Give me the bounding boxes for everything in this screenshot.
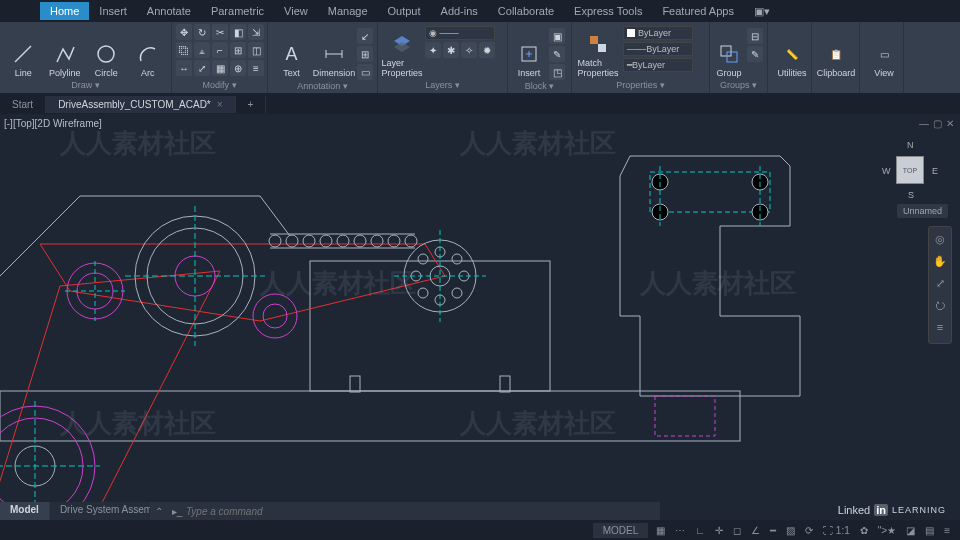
modify-btn-10[interactable]: ◫	[248, 42, 264, 58]
tab-expresstools[interactable]: Express Tools	[564, 2, 652, 20]
modify-btn-15[interactable]: ≡	[248, 60, 264, 76]
stretch-button[interactable]: ↔	[176, 60, 192, 76]
ungroup-button[interactable]: ⊟	[747, 28, 763, 44]
arc-button[interactable]: Arc	[129, 24, 168, 78]
polyline-button[interactable]: Polyline	[46, 24, 85, 78]
tab-insert[interactable]: Insert	[89, 2, 137, 20]
utilities-button[interactable]: 📏Utilities	[772, 24, 812, 78]
lineweight-toggle-icon[interactable]: ━	[770, 525, 776, 536]
mirror-button[interactable]: ⟁	[194, 42, 210, 58]
svg-point-1	[98, 46, 114, 62]
group-edit-button[interactable]: ✎	[747, 46, 763, 62]
modify-btn-9[interactable]: ⊞	[230, 42, 246, 58]
scale-button[interactable]: ⤢	[194, 60, 210, 76]
svg-rect-9	[727, 52, 737, 62]
layer-btn-4[interactable]: ✹	[479, 42, 495, 58]
ortho-toggle-icon[interactable]: ∟	[695, 525, 705, 536]
isolate-icon[interactable]: ◪	[906, 525, 915, 536]
array-button[interactable]: ▦	[212, 60, 228, 76]
panel-title-draw: Draw ▾	[4, 79, 167, 91]
layer-dropdown[interactable]: ◉ ───	[425, 26, 495, 40]
tab-parametric[interactable]: Parametric	[201, 2, 274, 20]
panel-utilities: 📏Utilities	[768, 22, 812, 93]
tab-featuredapps[interactable]: Featured Apps	[652, 2, 744, 20]
circle-button[interactable]: Circle	[87, 24, 126, 78]
osnap-toggle-icon[interactable]: ◻	[733, 525, 741, 536]
text-button[interactable]: AText	[272, 24, 311, 78]
layer-btn-2[interactable]: ✱	[443, 42, 459, 58]
tab-home[interactable]: Home	[40, 2, 89, 20]
tab-addins[interactable]: Add-ins	[431, 2, 488, 20]
match-properties-button[interactable]: Match Properties	[576, 24, 620, 78]
layer-properties-button[interactable]: Layer Properties	[382, 24, 422, 78]
svg-rect-7	[598, 44, 606, 52]
dimension-button[interactable]: Dimension	[314, 24, 354, 78]
annotation-monitor-icon[interactable]: ">★	[878, 525, 896, 536]
group-button[interactable]: Group	[714, 24, 744, 78]
transparency-toggle-icon[interactable]: ▨	[786, 525, 795, 536]
svg-point-43	[405, 235, 417, 247]
drawing-viewport[interactable]: [-][Top][2D Wireframe] — ▢ ✕ N S E W TOP…	[0, 116, 960, 502]
hardware-accel-icon[interactable]: ▤	[925, 525, 934, 536]
insert-block-button[interactable]: Insert	[512, 24, 546, 78]
tab-manage[interactable]: Manage	[318, 2, 378, 20]
modify-btn-14[interactable]: ⊕	[230, 60, 246, 76]
ribbon-tabs: Home Insert Annotate Parametric View Man…	[0, 0, 960, 22]
anno-btn-3[interactable]: ▭	[357, 64, 373, 80]
linetype-dropdown[interactable]: ─── ByLayer	[623, 42, 693, 56]
fillet-button[interactable]: ⌐	[212, 42, 228, 58]
svg-rect-53	[650, 172, 770, 212]
block-btn-1[interactable]: ▣	[549, 28, 565, 44]
layout-tab-model[interactable]: Model	[0, 502, 50, 520]
modify-btn-5[interactable]: ⇲	[248, 24, 264, 40]
block-btn-2[interactable]: ✎	[549, 46, 565, 62]
rotate-button[interactable]: ↻	[194, 24, 210, 40]
tab-annotate[interactable]: Annotate	[137, 2, 201, 20]
command-history-icon[interactable]: ⌃	[150, 506, 168, 517]
leader-button[interactable]: ↙	[357, 28, 373, 44]
svg-point-41	[371, 235, 383, 247]
color-dropdown[interactable]: ByLayer	[623, 26, 693, 40]
panel-title-annotation: Annotation ▾	[272, 80, 373, 92]
modify-btn-4[interactable]: ◧	[230, 24, 246, 40]
paste-icon: 📋	[824, 42, 848, 66]
grid-toggle-icon[interactable]: ▦	[656, 525, 665, 536]
svg-point-46	[0, 406, 95, 502]
tab-more[interactable]: ▣▾	[744, 2, 780, 21]
svg-point-26	[452, 254, 462, 264]
otrack-toggle-icon[interactable]: ∠	[751, 525, 760, 536]
view-button[interactable]: ▭View	[864, 24, 904, 78]
copy-button[interactable]: ⿻	[176, 42, 192, 58]
customize-status-icon[interactable]: ≡	[944, 525, 950, 536]
tab-collaborate[interactable]: Collaborate	[488, 2, 564, 20]
annoscale-label[interactable]: ⛶ 1:1	[823, 525, 850, 536]
close-icon[interactable]: ×	[217, 99, 223, 110]
file-tab-document[interactable]: DriveAssembly_CUSTOM_ACAD*×	[46, 96, 235, 113]
insert-icon	[517, 42, 541, 66]
workspace-icon[interactable]: ✿	[860, 525, 868, 536]
line-icon	[11, 42, 35, 66]
layer-btn-3[interactable]: ✧	[461, 42, 477, 58]
command-input[interactable]	[186, 506, 660, 517]
svg-point-40	[354, 235, 366, 247]
trim-button[interactable]: ✂	[212, 24, 228, 40]
lineweight-dropdown[interactable]: ━ ByLayer	[623, 58, 693, 72]
status-model-button[interactable]: MODEL	[593, 523, 649, 538]
table-button[interactable]: ⊞	[357, 46, 373, 62]
line-button[interactable]: Line	[4, 24, 43, 78]
file-tab-add[interactable]: +	[236, 96, 267, 113]
block-btn-3[interactable]: ◳	[549, 64, 565, 80]
svg-rect-11	[310, 261, 550, 391]
tab-output[interactable]: Output	[378, 2, 431, 20]
svg-point-37	[303, 235, 315, 247]
layer-btn-1[interactable]: ✦	[425, 42, 441, 58]
command-line[interactable]: ⌃ ▸_	[150, 502, 660, 520]
clipboard-button[interactable]: 📋Clipboard	[816, 24, 856, 78]
panel-block: Insert ▣✎◳ Block ▾	[508, 22, 572, 93]
polar-toggle-icon[interactable]: ✛	[715, 525, 723, 536]
cycling-toggle-icon[interactable]: ⟳	[805, 525, 813, 536]
tab-view[interactable]: View	[274, 2, 318, 20]
move-button[interactable]: ✥	[176, 24, 192, 40]
snap-toggle-icon[interactable]: ⋯	[675, 525, 685, 536]
file-tab-start[interactable]: Start	[0, 96, 46, 113]
